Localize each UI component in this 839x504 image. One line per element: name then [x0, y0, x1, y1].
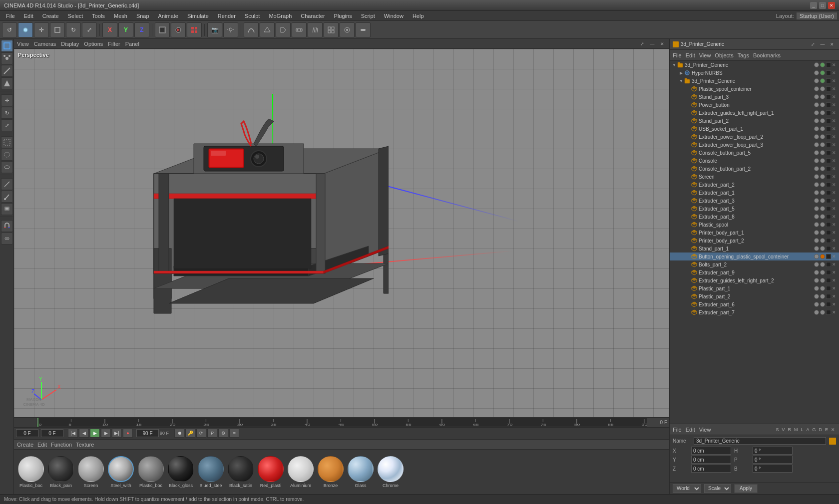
obj-delete-10[interactable]: ✕	[831, 134, 837, 140]
minimize-button[interactable]: _	[810, 2, 817, 9]
obj-delete-28[interactable]: ✕	[831, 277, 837, 283]
obj-delete-13[interactable]: ✕	[831, 158, 837, 164]
coord-system-select[interactable]: World Local Object	[673, 484, 701, 493]
tl-btn4[interactable]: P	[207, 429, 217, 438]
vp-close-button[interactable]: ✕	[658, 40, 666, 48]
knife-button[interactable]	[1, 178, 13, 190]
vp-menu-cameras[interactable]: Cameras	[34, 41, 56, 47]
move-tool-left[interactable]: ✛	[1, 94, 13, 106]
obj-render-dot-23[interactable]	[820, 238, 825, 243]
camera-button[interactable]: 📷	[207, 22, 222, 37]
obj-render-dot-6[interactable]	[820, 102, 825, 107]
menu-simulate[interactable]: Simulate	[183, 12, 213, 20]
goto-end-button[interactable]: ▶|	[112, 429, 122, 438]
header-ctrl-1[interactable]: ⤢	[809, 40, 817, 48]
attr-icon-s[interactable]: S	[775, 427, 780, 432]
paint-button[interactable]	[1, 203, 13, 215]
obj-tree-row-27[interactable]: Extruder_part_9✕	[670, 268, 839, 276]
obj-tree-row-31[interactable]: Extruder_part_6✕	[670, 300, 839, 308]
obj-vis-dot-27[interactable]	[814, 270, 819, 275]
obj-delete-29[interactable]: ✕	[831, 285, 837, 291]
obj-delete-18[interactable]: ✕	[831, 198, 837, 204]
step-forward-button[interactable]: ▶	[101, 429, 111, 438]
obj-vis-dot-11[interactable]	[814, 142, 819, 147]
material-item-screen[interactable]: Screen	[78, 456, 104, 488]
attr-icon-x[interactable]: ✕	[830, 427, 836, 432]
menu-animate[interactable]: Animate	[154, 12, 182, 20]
weld-button[interactable]	[1, 233, 13, 245]
loop-select-button[interactable]	[1, 161, 13, 173]
x-coord-input[interactable]	[691, 447, 731, 455]
obj-tree-row-9[interactable]: USB_socket_part_1✕	[670, 125, 839, 133]
obj-delete-5[interactable]: ✕	[831, 94, 837, 100]
menu-select[interactable]: Select	[64, 12, 87, 20]
material-item-bronze[interactable]: Bronze	[318, 456, 344, 488]
z-axis-button[interactable]: Z	[134, 22, 149, 37]
material-item-plastic_dark[interactable]: Plastic_boc	[138, 456, 164, 488]
obj-vis-dot-23[interactable]	[814, 238, 819, 243]
material-item-black_gloss[interactable]: Black_gloss	[168, 456, 194, 488]
icon1-button[interactable]	[340, 22, 355, 37]
obj-delete-25[interactable]: ✕	[831, 253, 837, 259]
select-live-button[interactable]	[1, 149, 13, 161]
obj-delete-14[interactable]: ✕	[831, 166, 837, 172]
obj-vis-dot-2[interactable]	[814, 70, 819, 75]
obj-tree-row-17[interactable]: Extruder_part_1✕	[670, 189, 839, 197]
obj-tree-row-6[interactable]: Power_button✕	[670, 101, 839, 109]
menu-snap[interactable]: Snap	[132, 12, 153, 20]
deform-button[interactable]	[276, 22, 291, 37]
vp-menu-display[interactable]: Display	[61, 41, 79, 47]
undo-button[interactable]: ↺	[2, 22, 17, 37]
obj-render-dot-8[interactable]	[820, 118, 825, 123]
obj-menu-file[interactable]: File	[673, 52, 682, 58]
obj-menu-bookmarks[interactable]: Bookmarks	[753, 52, 781, 58]
vp-menu-panel[interactable]: Panel	[125, 41, 139, 47]
obj-render-dot-29[interactable]	[820, 286, 825, 291]
cube-button[interactable]	[50, 22, 65, 37]
obj-delete-8[interactable]: ✕	[831, 118, 837, 124]
grid-button[interactable]	[324, 22, 339, 37]
obj-vis-dot-3[interactable]	[814, 78, 819, 83]
menu-render[interactable]: Render	[214, 12, 240, 20]
obj-vis-dot-21[interactable]	[814, 222, 819, 227]
material-item-blued_steel[interactable]: Blued_stee	[198, 456, 224, 488]
menu-mesh[interactable]: Mesh	[110, 12, 131, 20]
cursor-button[interactable]: ✛	[34, 22, 49, 37]
obj-vis-dot-9[interactable]	[814, 126, 819, 131]
icon2-button[interactable]	[356, 22, 371, 37]
obj-delete-15[interactable]: ✕	[831, 174, 837, 180]
viewport[interactable]: Perspective	[14, 49, 669, 417]
obj-delete-19[interactable]: ✕	[831, 206, 837, 212]
obj-render-dot-3[interactable]	[820, 78, 825, 83]
obj-render-dot-10[interactable]	[820, 134, 825, 139]
timeline-bar[interactable]: 0 5 10 15 20 25 30	[37, 418, 647, 427]
tree-arrow-2[interactable]	[679, 70, 684, 75]
obj-vis-dot-29[interactable]	[814, 286, 819, 291]
attr-icon-d[interactable]: D	[818, 427, 823, 432]
obj-vis-dot-12[interactable]	[814, 150, 819, 155]
close-button[interactable]: ✕	[828, 2, 835, 9]
obj-vis-dot-13[interactable]	[814, 158, 819, 163]
obj-render-dot-12[interactable]	[820, 150, 825, 155]
obj-tree-row-3[interactable]: 3d_Printer_Generic✕	[670, 77, 839, 85]
obj-delete-26[interactable]: ✕	[831, 261, 837, 267]
obj-render-dot-21[interactable]	[820, 222, 825, 227]
step-back-button[interactable]: ◀	[79, 429, 89, 438]
obj-delete-23[interactable]: ✕	[831, 238, 837, 244]
polygon-mode-button[interactable]	[1, 77, 13, 89]
menu-plugins[interactable]: Plugins	[330, 12, 356, 20]
obj-vis-dot-16[interactable]	[814, 182, 819, 187]
obj-tree-row-25[interactable]: Button_opening_plastic_spool_conteiner✕	[670, 252, 839, 260]
vp-minimize-button[interactable]: —	[648, 40, 656, 48]
vp-fullscreen-button[interactable]: ⤢	[638, 40, 646, 48]
rotate-button[interactable]: ↻	[66, 22, 81, 37]
obj-render-dot-31[interactable]	[820, 302, 825, 307]
obj-tree-row-10[interactable]: Extruder_power_loop_part_2✕	[670, 133, 839, 141]
obj-tree-row-16[interactable]: Extruder_part_2✕	[670, 181, 839, 189]
obj-tree-row-28[interactable]: Extruder_guides_left_right_part_2✕	[670, 276, 839, 284]
material-item-plastic_light[interactable]: Plastic_boc	[18, 456, 44, 488]
p-coord-input[interactable]	[753, 456, 793, 464]
obj-delete-20[interactable]: ✕	[831, 214, 837, 220]
material-item-glass[interactable]: Glass	[348, 456, 374, 488]
obj-tree-row-23[interactable]: Printer_body_part_2✕	[670, 237, 839, 245]
